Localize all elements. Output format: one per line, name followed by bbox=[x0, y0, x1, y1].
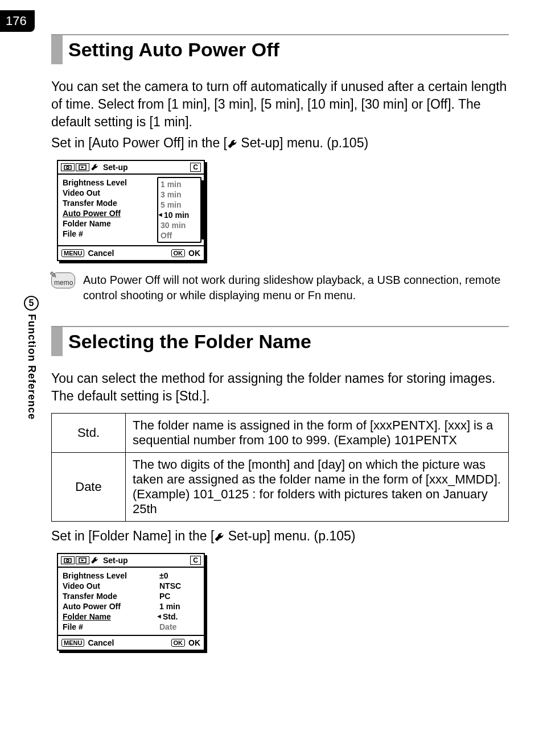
table-desc: The folder name is assigned in the form … bbox=[126, 414, 509, 453]
camera-tab-icon bbox=[61, 163, 75, 171]
wrench-tab-icon bbox=[90, 163, 98, 171]
menu-value-selected: Std. bbox=[159, 612, 178, 621]
menu-cancel-label: Cancel bbox=[88, 249, 114, 258]
table-key: Date bbox=[52, 453, 126, 522]
menu-item: File # bbox=[63, 622, 159, 631]
menu-value: 5 min bbox=[161, 200, 182, 209]
table-desc: The two digits of the [month] and [day] … bbox=[126, 453, 509, 522]
table-key: Std. bbox=[52, 414, 126, 453]
menu-value: ±0 bbox=[159, 571, 168, 580]
wrench-tab-icon bbox=[90, 556, 98, 564]
menu-value: Off bbox=[161, 231, 172, 240]
custom-tab: C bbox=[190, 163, 201, 172]
menu-value: Date bbox=[159, 622, 176, 631]
camera-tab-icon bbox=[61, 556, 75, 564]
menu-value: 30 min bbox=[161, 221, 186, 230]
menu-key-icon: MENU bbox=[61, 639, 84, 647]
play-tab-icon bbox=[76, 163, 89, 171]
menu-item: File # bbox=[63, 229, 157, 238]
table-row: Date The two digits of the [month] and [… bbox=[52, 453, 509, 522]
menu-cancel-label: Cancel bbox=[88, 638, 114, 647]
menu-ok-label: OK bbox=[188, 249, 200, 258]
sec2-para1: You can select the method for assigning … bbox=[51, 370, 509, 405]
ok-key-icon: OK bbox=[171, 639, 186, 647]
heading-text: Setting Auto Power Off bbox=[63, 35, 285, 64]
menu-tab-title: Set-up bbox=[100, 163, 128, 172]
sec1-para1: You can set the camera to turn off autom… bbox=[51, 78, 509, 131]
menu-key-icon: MENU bbox=[61, 249, 84, 257]
menu-item: Transfer Mode bbox=[63, 592, 159, 601]
menu-tabs: Set-up C bbox=[58, 554, 204, 568]
custom-tab: C bbox=[190, 556, 201, 565]
menu-screenshot-auto-power-off: Set-up C Brightness Level Video Out Tran… bbox=[57, 160, 205, 261]
play-tab-icon bbox=[76, 556, 89, 564]
menu-item-selected: Folder Name bbox=[63, 612, 159, 621]
ok-key-icon: OK bbox=[171, 249, 186, 257]
menu-value: NTSC bbox=[159, 581, 181, 590]
heading-text: Selecting the Folder Name bbox=[63, 327, 317, 356]
section-heading-folder-name: Selecting the Folder Name bbox=[51, 326, 509, 356]
menu-value-selected: 10 min bbox=[161, 210, 189, 220]
scrollbar bbox=[201, 180, 204, 239]
menu-item: Brightness Level bbox=[63, 571, 159, 580]
section-heading-auto-power-off: Setting Auto Power Off bbox=[51, 34, 509, 64]
folder-name-table: Std. The folder name is assigned in the … bbox=[51, 413, 509, 522]
menu-tab-title: Set-up bbox=[100, 556, 128, 565]
menu-item: Video Out bbox=[63, 581, 159, 590]
chapter-label: Function Reference bbox=[26, 314, 38, 420]
memo-block: memo Auto Power Off will not work during… bbox=[51, 272, 509, 303]
memo-icon: memo bbox=[51, 272, 75, 288]
menu-value: 3 min bbox=[161, 190, 182, 199]
menu-value: PC bbox=[159, 592, 170, 601]
sec2-para2: Set in [Folder Name] in the [ Set-up] me… bbox=[51, 527, 509, 545]
menu-item: Brightness Level bbox=[63, 178, 157, 187]
menu-ok-label: OK bbox=[188, 638, 200, 647]
wrench-icon bbox=[214, 532, 224, 542]
wrench-icon bbox=[227, 139, 237, 149]
menu-value: 1 min bbox=[161, 180, 182, 189]
menu-item: Auto Power Off bbox=[63, 602, 159, 611]
table-row: Std. The folder name is assigned in the … bbox=[52, 414, 509, 453]
menu-tabs: Set-up C bbox=[58, 161, 204, 175]
memo-text: Auto Power Off will not work during slid… bbox=[83, 272, 509, 303]
menu-item: Transfer Mode bbox=[63, 199, 157, 208]
menu-item-selected: Auto Power Off bbox=[63, 209, 157, 218]
menu-item: Video Out bbox=[63, 188, 157, 197]
menu-value: 1 min bbox=[159, 602, 180, 611]
side-tab: 5 Function Reference bbox=[24, 296, 39, 420]
svg-point-1 bbox=[67, 167, 69, 169]
menu-item: Folder Name bbox=[63, 219, 157, 228]
svg-point-4 bbox=[67, 560, 69, 562]
chapter-number: 5 bbox=[24, 296, 39, 311]
sec1-para2: Set in [Auto Power Off] in the [ Set-up]… bbox=[51, 134, 509, 152]
page-number: 176 bbox=[0, 10, 35, 32]
menu-screenshot-folder-name: Set-up C Brightness Level Video Out Tran… bbox=[57, 553, 205, 651]
